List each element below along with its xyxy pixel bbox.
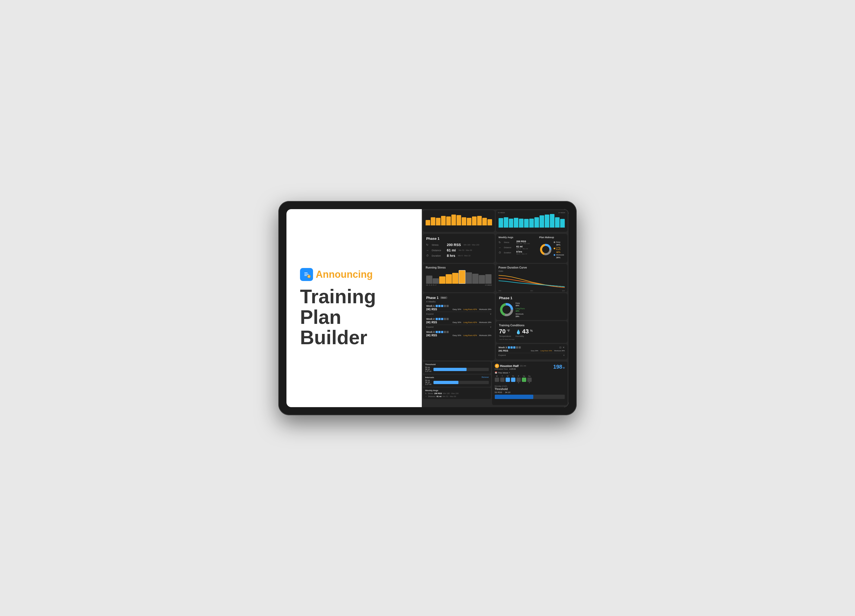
bar xyxy=(462,217,466,225)
week2-rss: 241 RSS xyxy=(426,321,437,324)
int-val1: 53 mi xyxy=(425,380,431,382)
wa-stress-row: ↻ Stress 200 RSS Min 180 · Max 230 xyxy=(499,240,537,244)
week3-icons: ⊡ ✕ xyxy=(559,346,565,349)
week2-workouts: Workouts 28% xyxy=(479,322,491,323)
delete-icon[interactable]: ✕ xyxy=(562,346,565,349)
week2-bars xyxy=(436,318,449,320)
wa-dist-sub: Min 51 · Max 68 xyxy=(516,248,528,250)
thr-val1: 53 mi xyxy=(425,366,431,368)
bar xyxy=(426,276,432,284)
easy-pct: 30% xyxy=(556,244,565,246)
avg-note: Last 90 days average xyxy=(499,339,564,340)
temp-unit: °F xyxy=(507,329,510,332)
distance-icon: ↔ xyxy=(426,249,430,252)
copy-icon[interactable]: ⊡ xyxy=(559,346,561,349)
week3-mini-header: Week 3 ⊡ ✕ xyxy=(499,346,565,349)
houston-title: Houston Half xyxy=(500,364,519,368)
this-week-header: 📅 This Week ▾ xyxy=(495,372,565,374)
wa-dur-row: ⏱ Duration 8 hrs Min 6 · Max 10 xyxy=(499,250,537,255)
tablet-frame: Announcing Training Plan Builder xyxy=(278,201,577,415)
day-Su: Su R xyxy=(527,375,532,383)
wa-dur-value: 8 hrs xyxy=(516,250,527,253)
workout-stack: Threshold 53 mi 34:10 1:27 mi xyxy=(423,362,491,405)
houston-card: A Houston Half 13.1 mi Estimated Time 4:… xyxy=(492,362,567,405)
bar xyxy=(550,214,555,228)
bar xyxy=(519,219,524,228)
week3-workouts: Workouts 28% xyxy=(479,334,491,336)
duration-icon: ⏱ xyxy=(426,254,430,257)
bar xyxy=(508,346,510,349)
bar xyxy=(555,217,559,228)
phase-base-card: Phase 1 Base 4 Weeks Week 1 xyxy=(423,293,495,360)
app-logo-icon xyxy=(300,268,313,281)
power-curve-chart: 400 350 300 xyxy=(499,273,565,289)
duration-row: ⏱ Duration 8 hrs Min 6 · Max 10 xyxy=(426,254,491,258)
week1-workouts: Workouts 28% xyxy=(479,308,491,310)
week1-expand[interactable]: Expand ∨ xyxy=(426,312,491,316)
week3-mini-breakdown: Easy 30% Long Runs 42% Workouts 28% xyxy=(531,350,565,351)
remove-button[interactable]: Remove xyxy=(482,376,489,380)
temp-label: Temperature xyxy=(499,335,511,337)
bar xyxy=(545,215,549,228)
week1-bars xyxy=(436,305,449,307)
weekly-avgs-section: Weekly Avgs ↻ Stress 200 RSS Min 180 · M… xyxy=(499,236,537,260)
bar xyxy=(457,215,461,225)
bar xyxy=(446,216,451,225)
bar xyxy=(539,215,544,228)
bar xyxy=(509,219,513,228)
week2-expand[interactable]: Expand ∨ xyxy=(426,325,491,329)
phase1-donut-chart xyxy=(499,302,514,317)
distance-value: 61 mi xyxy=(447,248,456,252)
bar xyxy=(436,318,438,320)
bar xyxy=(466,272,472,284)
watts-unit: w xyxy=(563,366,565,369)
top-bar-chart-left xyxy=(423,210,495,232)
week3-mini-card: Week 3 ⊡ ✕ xyxy=(496,344,567,359)
week2-rss-row: 241 RSS Easy 30% Long Runs 42% Workouts … xyxy=(426,321,491,324)
this-week-label: This Week xyxy=(498,372,508,374)
donut-legend: Easy 30% Long Runs 42% Wor xyxy=(554,241,565,259)
week3-mini-expand[interactable]: Expand ∨ xyxy=(499,353,565,357)
week2-title: Week 2 xyxy=(426,318,491,320)
bar xyxy=(438,318,441,320)
temperature-value: 70 xyxy=(499,328,506,335)
bar xyxy=(446,305,449,307)
phase-base-badge: Base xyxy=(440,296,447,299)
bar xyxy=(535,217,539,228)
day-F: F R xyxy=(516,375,521,383)
distance-sub: Min 53 · Max 68 xyxy=(458,249,472,251)
svg-rect-5 xyxy=(309,276,309,277)
tablet-screen: Announcing Training Plan Builder xyxy=(287,209,568,407)
bar xyxy=(560,219,565,228)
bar xyxy=(482,218,487,225)
bar xyxy=(441,216,446,225)
wa-dist-label: Distance xyxy=(504,247,515,248)
phase-base-title: Phase 1 xyxy=(426,296,438,300)
temperature-block: 70 °F Temperature xyxy=(499,328,511,337)
phase1-donut-legend: Easy 30% Long Runs 42% Workouts 28% xyxy=(516,302,525,317)
thr-val2: 34:10 xyxy=(425,368,431,370)
threshold-vals: 53 mi 34:10 1:27 mi xyxy=(425,366,431,372)
intervals-row: 53 mi 34:10 1:27 mi xyxy=(425,380,489,385)
int-val3: 1:27 mi xyxy=(425,383,431,385)
bar xyxy=(444,305,446,307)
this-week-chevron[interactable]: ▾ xyxy=(509,372,510,374)
week1-rss: 241 RSS xyxy=(426,308,437,311)
stress-icon: ↻ xyxy=(426,243,430,246)
bar xyxy=(467,218,472,225)
top-bar-chart-right: 01 WEEK 14 WEEK xyxy=(496,210,567,232)
power-curve-card: Power Duration Curve Watts 400 350 3 xyxy=(496,264,567,292)
houston-avatar: A xyxy=(495,364,499,368)
conditions-row: 70 °F Temperature 💧 43 % Humidity xyxy=(499,328,564,337)
threshold-row: 53 mi 34:10 1:27 mi xyxy=(425,366,489,372)
legend-easy: Easy xyxy=(554,241,565,243)
bar xyxy=(438,305,441,307)
wa-b-stress-sub: Min 180 · Max 230 xyxy=(443,392,459,394)
int-val2: 34:10 xyxy=(425,382,431,383)
day-Sa: Sa xyxy=(522,375,526,383)
week3-row: Week 3 241 RSS Easy 30% xyxy=(426,331,491,337)
humidity-block: 💧 43 % Humidity xyxy=(516,328,533,337)
plan-makeup-donut xyxy=(539,243,552,256)
wa-dist-value: 61 mi xyxy=(516,245,528,248)
long-runs-pct: 42% xyxy=(556,251,565,253)
